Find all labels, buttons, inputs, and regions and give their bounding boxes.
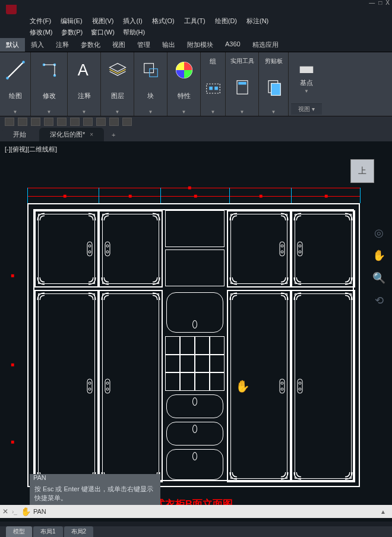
dimension-text: ■: [188, 184, 191, 191]
panel-label: 特性: [178, 91, 191, 100]
chevron-down-icon[interactable]: ▼: [211, 109, 216, 115]
svg-point-28: [281, 251, 283, 253]
panel-layers[interactable]: 图层 ▼: [101, 52, 134, 116]
svg-rect-18: [271, 83, 280, 95]
ribbon-tab-insert[interactable]: 插入: [25, 38, 50, 52]
qat-icon[interactable]: [5, 118, 14, 126]
svg-point-39: [281, 382, 283, 384]
ribbon-tab-a360[interactable]: A360: [219, 38, 246, 52]
chevron-down-icon[interactable]: ▼: [47, 109, 52, 115]
menu-tools[interactable]: 工具(T): [184, 17, 206, 26]
panel-footer-view[interactable]: 视图 ▾: [291, 103, 322, 115]
pan-icon[interactable]: ✋: [371, 247, 387, 264]
menu-insert[interactable]: 插入(I): [123, 17, 142, 26]
menu-window[interactable]: 窗口(W): [91, 28, 115, 37]
panel-base[interactable]: 基点 ▼ 视图 ▾: [289, 52, 324, 116]
svg-point-2: [22, 61, 25, 64]
line-icon: [5, 59, 26, 81]
ribbon-tab-annotate[interactable]: 注释: [50, 38, 75, 52]
panel-clipboard[interactable]: 剪贴板 ▼: [259, 52, 289, 116]
chevron-down-icon[interactable]: ▼: [82, 109, 87, 115]
maximize-button[interactable]: □: [378, 0, 382, 6]
chevron-icon[interactable]: ›_: [12, 508, 17, 515]
svg-point-40: [281, 388, 283, 390]
zoom-icon[interactable]: 🔍: [371, 270, 387, 286]
minimize-button[interactable]: —: [369, 0, 375, 6]
svg-point-37: [106, 388, 109, 390]
ribbon-tab-view[interactable]: 视图: [106, 38, 131, 52]
svg-point-25: [106, 251, 109, 253]
close-icon[interactable]: ×: [90, 131, 93, 138]
menu-dimension[interactable]: 标注(N): [246, 17, 268, 26]
corner-ornament: [229, 292, 245, 308]
close-button[interactable]: X: [385, 0, 390, 6]
menu-file[interactable]: 文件(F): [30, 17, 51, 26]
ribbon-tab-manage[interactable]: 管理: [131, 38, 156, 52]
close-icon[interactable]: ✕: [2, 507, 8, 516]
panel-block[interactable]: 块 ▼: [134, 52, 167, 116]
tab-model[interactable]: 模型: [6, 526, 32, 537]
tab-drawing[interactable]: 深化后的图*×: [39, 128, 104, 141]
panel-annotate[interactable]: A 注释 ▼: [68, 52, 101, 116]
qat-icon[interactable]: [122, 118, 132, 126]
menu-parametric[interactable]: 参数(P): [61, 28, 83, 37]
steering-wheel-icon[interactable]: ◎: [371, 225, 387, 241]
menu-modify[interactable]: 修改(M): [30, 28, 53, 37]
panel-draw[interactable]: 绘图 ▼: [0, 52, 31, 116]
qat-icon[interactable]: [83, 118, 93, 126]
qat-icon[interactable]: [18, 118, 27, 126]
chevron-up-icon[interactable]: ▲: [377, 508, 390, 515]
command-input[interactable]: [33, 508, 377, 515]
tab-layout1[interactable]: 布局1: [33, 526, 63, 537]
ribbon-tab-output[interactable]: 输出: [156, 38, 181, 52]
dimension-text: ■: [194, 192, 197, 199]
group-icon: [203, 77, 224, 99]
new-tab-button[interactable]: +: [106, 129, 121, 141]
menu-help[interactable]: 帮助(H): [123, 28, 145, 37]
menu-view[interactable]: 视图(V): [92, 17, 114, 26]
command-hint: 按 Esc 或 Enter 键退出，或单击右键显示快捷菜单。: [30, 482, 160, 505]
extension-line: [291, 188, 292, 203]
chevron-down-icon[interactable]: ▼: [240, 109, 245, 115]
panel-modify[interactable]: 修改 ▼: [31, 52, 68, 116]
chevron-down-icon[interactable]: ▼: [271, 109, 276, 115]
cad-drawing: ■ ■ ■ ■ ■ ■ ■ ■ ■: [10, 183, 368, 498]
menu-draw[interactable]: 绘图(D): [215, 17, 237, 26]
drawing-viewport[interactable]: [-][俯视][二维线框] 上 ◎ ✋ 🔍 ⟲ ■ ■ ■ ■ ■ ■ ■ ■ …: [0, 141, 392, 522]
chevron-down-icon[interactable]: ▼: [182, 109, 186, 115]
panel-properties[interactable]: 特性 ▼: [167, 52, 201, 116]
viewport-controls[interactable]: [-][俯视][二维线框]: [5, 145, 57, 154]
app-tab[interactable]: [6, 5, 17, 14]
orbit-icon[interactable]: ⟲: [371, 292, 387, 309]
chevron-down-icon[interactable]: ▼: [296, 89, 317, 94]
door-right-2: [291, 290, 355, 482]
extension-line: [160, 188, 161, 203]
qat-icon[interactable]: [31, 118, 40, 126]
command-line[interactable]: ✕ ›_ ✋ ▲: [0, 505, 392, 518]
panel-utilities[interactable]: 实用工具 ▼: [226, 52, 259, 116]
chevron-down-icon[interactable]: ▼: [148, 109, 153, 115]
panel-group[interactable]: 组 ▼: [201, 52, 226, 116]
menu-edit[interactable]: 编辑(E): [61, 17, 83, 26]
color-wheel-icon: [173, 59, 195, 81]
ribbon-tab-addins[interactable]: 附加模块: [181, 38, 219, 52]
chevron-down-icon[interactable]: ▼: [115, 109, 120, 115]
qat-icon[interactable]: [109, 118, 119, 126]
tab-start[interactable]: 开始: [2, 128, 37, 141]
corner-ornament: [145, 270, 160, 285]
corner-ornament: [101, 213, 116, 228]
qat-icon[interactable]: [70, 118, 80, 126]
ribbon-tab-featured[interactable]: 精选应用: [246, 38, 284, 52]
corner-ornament: [293, 270, 309, 285]
viewcube[interactable]: 上: [350, 159, 374, 183]
panel-label: 修改: [43, 91, 56, 100]
chevron-down-icon[interactable]: ▼: [13, 109, 18, 115]
menu-format[interactable]: 格式(O): [152, 17, 175, 26]
ribbon-tab-parametric[interactable]: 参数化: [75, 38, 106, 52]
qat-icon[interactable]: [96, 118, 106, 126]
qat-icon[interactable]: [57, 118, 67, 126]
tab-layout2[interactable]: 布局2: [64, 526, 94, 537]
ribbon-tab-default[interactable]: 默认: [0, 38, 25, 52]
qat-icon[interactable]: [44, 118, 53, 126]
svg-point-33: [88, 382, 91, 384]
